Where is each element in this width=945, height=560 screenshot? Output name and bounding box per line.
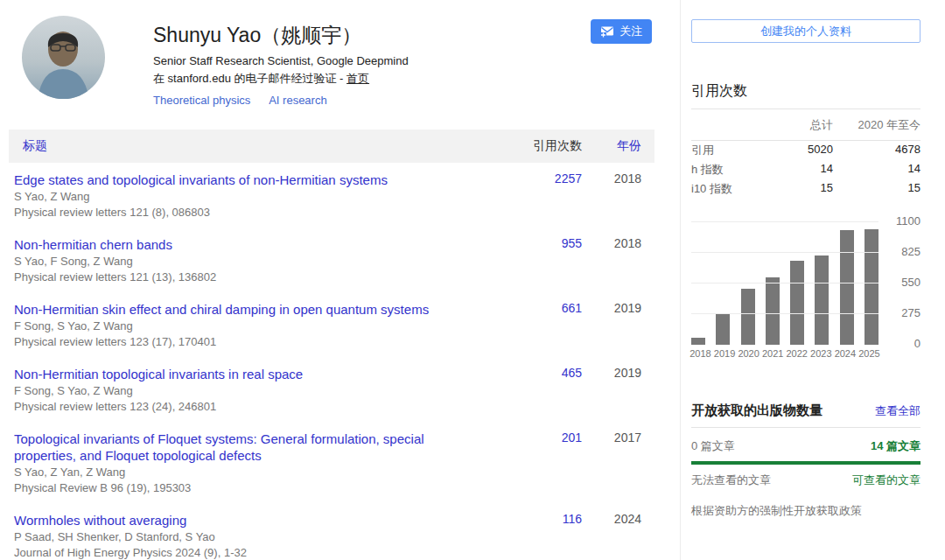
stat-label: h 指数 bbox=[691, 162, 772, 178]
articles-table-header: 标题 引用次数 年份 bbox=[9, 130, 654, 163]
chart-bar[interactable] bbox=[741, 222, 755, 345]
article-year: 2024 bbox=[582, 512, 641, 560]
stat-label: i10 指数 bbox=[691, 181, 772, 197]
article-title-link[interactable]: Wormholes without averaging bbox=[14, 512, 486, 528]
stat-total: 5020 bbox=[772, 143, 833, 158]
sort-by-citations-label: 引用次数 bbox=[503, 138, 582, 154]
sort-by-title-link[interactable]: 标题 bbox=[23, 138, 503, 154]
stat-total: 15 bbox=[772, 181, 833, 197]
follow-button[interactable]: 关注 bbox=[591, 19, 652, 44]
open-access-note: 根据资助方的强制性开放获取政策 bbox=[691, 503, 920, 519]
article-citations-link[interactable]: 465 bbox=[503, 366, 582, 414]
cited-by-heading[interactable]: 引用次数 bbox=[691, 82, 920, 101]
interest-link-ai-research[interactable]: AI research bbox=[269, 94, 326, 107]
chart-x-tick-label: 2019 bbox=[713, 348, 737, 359]
scholar-profile-page: Shunyu Yao（姚顺宇） Senior Staff Research Sc… bbox=[0, 0, 945, 560]
chart-y-tick-label: 1100 bbox=[896, 214, 920, 228]
article-citations-link[interactable]: 116 bbox=[503, 512, 582, 560]
stats-header-row: 总计 2020 年至今 bbox=[691, 109, 920, 141]
article-title-link[interactable]: Topological invariants of Floquet system… bbox=[14, 430, 486, 464]
profile-header: Shunyu Yao（姚顺宇） Senior Staff Research Sc… bbox=[0, 0, 680, 107]
create-profile-button[interactable]: 创建我的个人资料 bbox=[691, 19, 920, 43]
article-title-link[interactable]: Edge states and topological invariants o… bbox=[14, 172, 486, 188]
stats-row-i10-index: i10 指数 15 15 bbox=[691, 179, 920, 199]
profile-name: Shunyu Yao（姚顺宇） bbox=[153, 22, 409, 48]
chart-gridline bbox=[691, 283, 878, 284]
chart-y-tick-label: 0 bbox=[914, 337, 920, 350]
chart-x-tick-label: 2020 bbox=[737, 348, 760, 359]
table-row: Non-Hermitian topological invariants in … bbox=[0, 357, 654, 422]
article-venue: Physical review letters 121 (13), 136802 bbox=[14, 270, 486, 284]
sort-by-year-link[interactable]: 年份 bbox=[582, 138, 641, 154]
interest-link-theoretical-physics[interactable]: Theoretical physics bbox=[153, 94, 250, 107]
stat-label: 引用 bbox=[691, 143, 772, 158]
articles-list: Edge states and topological invariants o… bbox=[0, 163, 680, 560]
article-year: 2019 bbox=[582, 366, 641, 414]
chart-gridline bbox=[691, 221, 878, 222]
chart-bar[interactable] bbox=[790, 222, 804, 345]
citations-per-year-chart: 02755508251100 2018201920202021202220232… bbox=[691, 222, 920, 362]
article-venue: Physical Review B 96 (19), 195303 bbox=[14, 480, 486, 495]
stats-col-total: 总计 bbox=[772, 117, 833, 133]
verified-email-text: 在 stanford.edu 的电子邮件经过验证 - bbox=[153, 72, 346, 85]
article-citations-link[interactable]: 955 bbox=[503, 236, 582, 284]
article-authors: P Saad, SH Shenker, D Stanford, S Yao bbox=[14, 529, 486, 544]
article-venue: Physical review letters 123 (17), 170401 bbox=[14, 334, 486, 349]
chart-y-tick-label: 550 bbox=[901, 276, 920, 289]
chart-bar[interactable] bbox=[716, 222, 730, 345]
chart-y-tick-label: 825 bbox=[901, 245, 920, 258]
article-title-link[interactable]: Non-Hermitian skin effect and chiral dam… bbox=[14, 301, 486, 318]
chart-bar[interactable] bbox=[840, 222, 854, 345]
article-authors: F Song, S Yao, Z Wang bbox=[14, 383, 486, 398]
chart-y-tick-label: 275 bbox=[901, 306, 920, 319]
article-year: 2018 bbox=[582, 236, 641, 284]
chart-bar[interactable] bbox=[864, 222, 878, 345]
article-citations-link[interactable]: 201 bbox=[503, 430, 582, 495]
profile-info: Shunyu Yao（姚顺宇） Senior Staff Research Sc… bbox=[153, 16, 409, 107]
chart-bar[interactable] bbox=[815, 222, 829, 345]
table-row: Non-hermitian chern bands S Yao, F Song,… bbox=[0, 228, 654, 292]
available-count-link[interactable]: 14 篇文章 bbox=[871, 438, 920, 454]
available-label-link[interactable]: 可查看的文章 bbox=[852, 472, 920, 488]
stat-total: 14 bbox=[772, 162, 833, 178]
person-photo-placeholder bbox=[22, 16, 105, 99]
profile-affiliation: Senior Staff Research Scientist, Google … bbox=[153, 54, 409, 67]
interest-links: Theoretical physics AI research bbox=[153, 94, 409, 107]
chart-gridline bbox=[691, 313, 878, 314]
stat-since: 15 bbox=[833, 181, 920, 197]
chart-x-tick-label: 2024 bbox=[833, 348, 857, 359]
article-year: 2017 bbox=[582, 430, 641, 495]
follow-button-label: 关注 bbox=[620, 24, 642, 39]
table-row: Edge states and topological invariants o… bbox=[0, 163, 654, 228]
chart-bar[interactable] bbox=[691, 222, 705, 345]
chart-bar[interactable] bbox=[766, 222, 780, 345]
stats-col-since: 2020 年至今 bbox=[833, 117, 920, 133]
open-access-counts-row: 0 篇文章 14 篇文章 bbox=[691, 438, 920, 454]
chart-y-axis: 02755508251100 bbox=[884, 222, 920, 345]
sidebar: 创建我的个人资料 引用次数 总计 2020 年至今 引用 5020 4678 h… bbox=[691, 0, 920, 560]
article-title-link[interactable]: Non-hermitian chern bands bbox=[14, 236, 486, 253]
column-divider bbox=[680, 0, 681, 560]
open-access-progress-bar bbox=[691, 461, 920, 465]
unavailable-label: 无法查看的文章 bbox=[691, 472, 852, 488]
article-authors: F Song, S Yao, Z Wang bbox=[14, 318, 486, 333]
open-access-labels-row: 无法查看的文章 可查看的文章 bbox=[691, 472, 920, 488]
stats-row-citations: 引用 5020 4678 bbox=[691, 141, 920, 160]
homepage-link[interactable]: 首页 bbox=[346, 72, 369, 85]
view-all-link[interactable]: 查看全部 bbox=[875, 403, 920, 419]
verified-email-line: 在 stanford.edu 的电子邮件经过验证 - 首页 bbox=[153, 71, 409, 87]
article-authors: S Yao, Z Yan, Z Wang bbox=[14, 465, 486, 480]
chart-gridline bbox=[691, 252, 878, 253]
stat-since: 14 bbox=[833, 162, 920, 178]
open-access-heading: 开放获取的出版物数量 bbox=[691, 402, 875, 419]
chart-x-tick-label: 2022 bbox=[785, 348, 808, 359]
chart-x-tick-label: 2018 bbox=[689, 348, 712, 359]
article-year: 2019 bbox=[582, 301, 641, 349]
article-citations-link[interactable]: 661 bbox=[503, 301, 582, 349]
article-title-link[interactable]: Non-Hermitian topological invariants in … bbox=[14, 366, 486, 382]
article-venue: Journal of High Energy Physics 2024 (9),… bbox=[14, 545, 486, 560]
table-row: Non-Hermitian skin effect and chiral dam… bbox=[0, 292, 654, 357]
open-access-header-row: 开放获取的出版物数量 查看全部 bbox=[691, 402, 920, 419]
article-citations-link[interactable]: 2257 bbox=[503, 172, 582, 220]
table-row: Topological invariants of Floquet system… bbox=[0, 422, 654, 503]
